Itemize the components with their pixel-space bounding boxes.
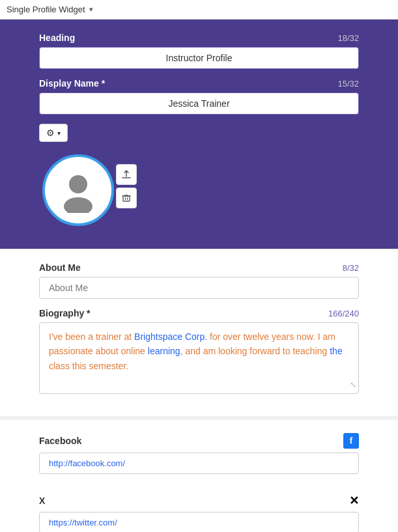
widget-title: Single Profile Widget: [7, 5, 85, 14]
biography-counter: 166/240: [328, 309, 359, 318]
biography-label: Biography *: [39, 308, 91, 318]
about-me-field-group: About Me 8/32: [39, 262, 359, 299]
upload-icon[interactable]: [116, 164, 137, 185]
heading-counter: 18/32: [337, 33, 359, 43]
svg-point-0: [69, 175, 87, 193]
top-bar: Single Profile Widget ▾: [0, 0, 398, 20]
chevron-down-icon: ▾: [57, 130, 61, 137]
gear-icon: ⚙: [46, 128, 55, 138]
x-label: X: [39, 496, 45, 506]
resize-handle-icon: ⤡: [350, 379, 356, 391]
delete-icon[interactable]: [116, 188, 137, 208]
avatar-container: [39, 151, 117, 229]
display-name-counter: 15/32: [337, 79, 359, 89]
about-me-label: About Me: [39, 262, 81, 273]
x-input[interactable]: [39, 512, 359, 532]
heading-input[interactable]: [39, 47, 359, 69]
x-field-header: X ✕: [39, 494, 359, 508]
biography-input[interactable]: I've been a trainer at Brightspace Corp.…: [39, 322, 359, 394]
facebook-label: Facebook: [39, 436, 81, 446]
avatar-settings-button[interactable]: ⚙ ▾: [39, 124, 68, 142]
avatar-image[interactable]: [42, 154, 114, 226]
heading-field-header: Heading 18/32: [39, 33, 359, 43]
x-icon: ✕: [349, 494, 359, 508]
biography-field-group: Biography * 166/240 I've been a trainer …: [39, 308, 359, 394]
purple-section: Heading 18/32 Display Name * 15/32 ⚙ ▾: [0, 20, 398, 249]
facebook-icon: f: [343, 433, 359, 449]
display-name-field-header: Display Name * 15/32: [39, 78, 359, 89]
white-section: About Me 8/32 Biography * 166/240 I've b…: [0, 249, 398, 416]
facebook-field-group: Facebook f: [39, 433, 359, 484]
svg-rect-2: [123, 196, 130, 201]
biography-text: I've been a trainer at Brightspace Corp.…: [49, 331, 343, 371]
facebook-field-header: Facebook f: [39, 433, 359, 449]
avatar-area: ⚙ ▾: [39, 124, 359, 229]
display-name-label: Display Name *: [39, 78, 105, 89]
display-name-field-group: Display Name * 15/32: [39, 78, 359, 115]
biography-link3: the: [330, 346, 342, 356]
x-field-group: X ✕: [39, 494, 359, 532]
about-me-field-header: About Me 8/32: [39, 262, 359, 273]
biography-link2: learning: [148, 346, 180, 356]
display-name-input[interactable]: [39, 92, 359, 115]
social-section: Facebook f X ✕: [0, 416, 398, 532]
person-icon: [55, 167, 101, 213]
main-container: Heading 18/32 Display Name * 15/32 ⚙ ▾: [0, 20, 398, 532]
heading-field-group: Heading 18/32: [39, 33, 359, 69]
avatar-controls: [116, 164, 137, 208]
facebook-input[interactable]: [39, 453, 359, 474]
heading-label: Heading: [39, 33, 75, 43]
biography-link1: Brightspace Corp.: [134, 331, 207, 342]
avatar-row: [39, 151, 117, 229]
about-me-input[interactable]: [39, 277, 359, 299]
svg-point-1: [64, 197, 92, 213]
about-me-counter: 8/32: [343, 263, 359, 273]
chevron-down-icon[interactable]: ▾: [89, 5, 93, 14]
biography-field-header: Biography * 166/240: [39, 308, 359, 318]
